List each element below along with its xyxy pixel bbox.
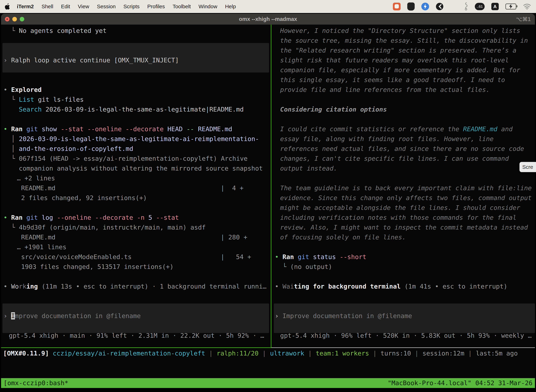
omx-segment: cczip/essay/ai-reimplementation-copyleft	[53, 350, 205, 357]
terminal-line: provide file and line references from th…	[271, 85, 535, 95]
terminal-line: output instead.	[271, 163, 535, 173]
terminal-line: └ No agents completed yet	[1, 26, 271, 36]
omx-segment: team:1 workers	[316, 350, 369, 357]
terminal-line: the source tree, missing the essay. Stil…	[271, 36, 535, 46]
active-pane-border	[1, 347, 271, 348]
terminal-line: this single essay, it seems like a good …	[271, 75, 535, 85]
terminal-line: of focusing solely on file lines.	[271, 232, 535, 242]
terminal-line: changes, I can't cite specific file line…	[271, 154, 535, 163]
title-bar: omx --xhigh --madmax ⌥⌘1	[1, 14, 535, 25]
terminal-line: • Working (11m 13s • esc to interrupt) ·…	[1, 281, 271, 291]
terminal-line: README.md| 4 +	[1, 183, 271, 193]
terminal-line: README.md| 280 +	[1, 232, 271, 242]
omx-segment: last:5m ago	[476, 350, 518, 357]
bolt-badge-icon[interactable]	[421, 3, 429, 10]
terminal-line: 2 files changed, 92 insertions(+)	[1, 193, 271, 203]
terminal-line: └ List git ls-files	[1, 95, 271, 104]
crescent-circle-icon[interactable]	[436, 3, 444, 10]
squiggle-icon[interactable]	[464, 2, 468, 11]
chat-notification-icon[interactable]	[393, 3, 401, 10]
omx-segment: |	[304, 350, 316, 357]
menu-items: ShellEditViewSessionScriptsProfilesToolb…	[42, 4, 236, 9]
app-name[interactable]: iTerm2	[17, 4, 34, 9]
apple-menu-icon[interactable]	[5, 3, 10, 10]
terminal-line: gpt-5.4 xhigh · 96% left · 520K in · 5.8…	[271, 331, 535, 341]
menu-edit[interactable]: Edit	[61, 4, 70, 9]
terminal-line: review. Also, I might want to inspect th…	[271, 223, 535, 232]
terminal-line: references need actual files, and since …	[271, 144, 535, 154]
menu-profiles[interactable]: Profiles	[147, 4, 165, 9]
terminal-line: slight risk that future readers may over…	[271, 55, 535, 65]
menu-view[interactable]: View	[78, 4, 89, 9]
terminal-line: • Ran git status --short	[271, 252, 535, 262]
terminal-line: • Waiting for background terminal (1m 41…	[271, 281, 535, 291]
omx-segment: session:12m	[422, 350, 464, 357]
menu-bar: iTerm2 ShellEditViewSessionScriptsProfil…	[0, 0, 536, 13]
battery-charging-icon[interactable]	[505, 4, 516, 9]
menu-bar-status-icons: ..61 A	[393, 2, 531, 11]
menu-shell[interactable]: Shell	[42, 4, 53, 9]
omx-segment: |	[464, 350, 476, 357]
left-pane: └ No agents completed yet› Ralph loop ac…	[1, 25, 271, 347]
terminal-line: essay file, along with finding root file…	[271, 134, 535, 144]
omx-segment: [OMX#0.11.9]	[3, 350, 49, 357]
menu-scripts[interactable]: Scripts	[124, 4, 140, 9]
terminal-line: The team guideline is to back every impo…	[271, 183, 535, 193]
tmux-host-clock: "MacBook-Pro-44.local" 04:52 31-Mar-26	[388, 378, 532, 388]
terminal-line: › Ralph loop active continue [OMX_TMUX_I…	[1, 55, 271, 65]
terminal-line: 1903 files changed, 513517 insertions(+)	[1, 262, 271, 272]
omx-segment: |	[258, 350, 270, 357]
input-source-icon[interactable]: A	[491, 3, 499, 10]
terminal-line: companion file, especially if more comme…	[271, 65, 535, 75]
terminal-line: However, I noticed the "Directory Struct…	[271, 26, 535, 36]
wifi-icon[interactable]	[523, 3, 531, 10]
omx-segment	[49, 350, 53, 357]
terminal-line: the "Related research writing" section i…	[271, 46, 535, 55]
terminal-line: › Improve documentation in @filename	[1, 311, 271, 321]
screen-share-chip[interactable]: Scre	[519, 162, 536, 172]
terminal-line: I could cite commit statistics or refere…	[271, 124, 535, 134]
terminal-line: └ (no output)	[271, 262, 535, 272]
omx-segment: turns:10	[381, 350, 411, 357]
terminal-line: • Ran git show --stat --oneline --decora…	[1, 124, 271, 134]
omx-segment: |	[411, 350, 422, 357]
shield-keypad-icon[interactable]	[407, 2, 415, 10]
tmux-session-window[interactable]: [omx-cczip0:bash*	[4, 378, 68, 388]
terminal-line: • Explored	[1, 85, 271, 95]
terminal-line: • Ran git log --oneline --decorate -n 5 …	[1, 213, 271, 223]
menu-window[interactable]: Window	[199, 4, 217, 9]
status-badge[interactable]: ..61	[475, 3, 485, 10]
terminal-line: gpt-5.4 xhigh · main · 91% left · 2.31M …	[1, 331, 271, 341]
omx-segment: ralph:11/20	[217, 350, 258, 357]
terminal-line: Search 2026-03-09-is-legal-the-same-as-l…	[1, 104, 271, 114]
terminal-line: evidence. Since this change only affects…	[271, 193, 535, 203]
iterm2-window: omx --xhigh --madmax ⌥⌘1 └ No agents com…	[1, 14, 535, 388]
omx-status-line: [OMX#0.11.9] cczip/essay/ai-reimplementa…	[3, 348, 518, 358]
terminal-line: › Improve documentation in @filename	[271, 311, 535, 321]
terminal-area: └ No agents completed yet› Ralph loop ac…	[1, 25, 535, 388]
menu-session[interactable]: Session	[97, 4, 116, 9]
terminal-line: │ and-the-erosion-of-copyleft.md	[1, 144, 271, 154]
terminal-line: … +1901 lines	[1, 242, 271, 252]
dot-grid-icon[interactable]	[450, 3, 457, 10]
terminal-line: └ 4b9d30f (origin/main, instructkr/main,…	[1, 223, 271, 232]
terminal-line: └ 067f154 (HEAD -> essay/ai-reimplementa…	[1, 154, 271, 163]
terminal-line: might be acceptable alongside the file l…	[271, 203, 535, 213]
screen: iTerm2 ShellEditViewSessionScriptsProfil…	[0, 0, 536, 392]
omx-segment: |	[205, 350, 217, 357]
terminal-line: including verification notes with those …	[271, 213, 535, 223]
menu-help[interactable]: Help	[225, 4, 236, 9]
right-pane: However, I noticed the "Directory Struct…	[271, 25, 535, 347]
inactive-pane-border	[271, 347, 535, 348]
terminal-line: companion analysis without altering the …	[1, 163, 271, 173]
tmux-status-bar: [omx-cczip0:bash* "MacBook-Pro-44.local"…	[1, 378, 535, 388]
terminal-line: │ 2026-03-09-is-legal-the-same-as-legiti…	[1, 134, 271, 144]
terminal-line: src/voice/voiceModeEnabled.ts| 54 +	[1, 252, 271, 262]
menu-toolbelt[interactable]: Toolbelt	[173, 4, 191, 9]
window-title: omx --xhigh --madmax	[1, 16, 535, 22]
omx-segment: ultrawork	[270, 350, 304, 357]
omx-segment: |	[369, 350, 381, 357]
terminal-line: Considering citation options	[271, 104, 535, 114]
terminal-line: … +2 lines	[1, 173, 271, 183]
